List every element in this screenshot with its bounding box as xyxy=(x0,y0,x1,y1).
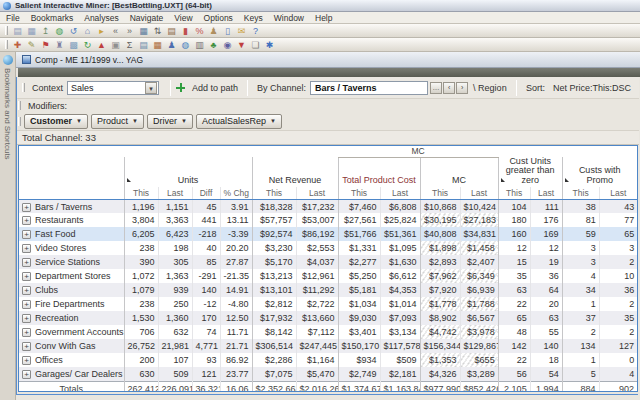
expand-row-icon[interactable]: + xyxy=(22,244,31,253)
pin-icon[interactable]: ✚ xyxy=(11,39,24,51)
col-group-units[interactable]: Units xyxy=(124,157,252,187)
expand-row-icon[interactable]: + xyxy=(22,230,31,239)
server-icon[interactable]: ▣ xyxy=(109,39,122,51)
modifier-driver-button[interactable]: Driver▼ xyxy=(147,114,193,129)
table-row[interactable]: +Fast Food6,2056,423-218-3.39$92,574$86,… xyxy=(19,227,637,241)
expand-row-icon[interactable]: + xyxy=(22,342,31,351)
modifiers-grip[interactable] xyxy=(18,101,21,110)
col-this[interactable]: This xyxy=(562,187,599,199)
col-group-custs-with-promo[interactable]: Custs with Promo xyxy=(562,157,637,187)
table-row[interactable]: +Video Stores2381984020.20$3,230$2,553$1… xyxy=(19,241,637,255)
table-row[interactable]: +Garages/ Car Dealers63050912123.77$7,07… xyxy=(19,367,637,381)
col-this[interactable]: This xyxy=(338,187,380,199)
col-this[interactable]: This xyxy=(420,187,460,199)
path-next-button[interactable]: › xyxy=(456,82,468,94)
menu-analyses[interactable]: Analyses xyxy=(84,13,119,23)
expand-row-icon[interactable]: + xyxy=(22,328,31,337)
table-row[interactable]: +Recreation1,5301,36017012.50$17,932$13,… xyxy=(19,311,637,325)
document-icon[interactable]: ▯ xyxy=(221,25,234,37)
row-label[interactable]: +Department Stores xyxy=(19,269,124,283)
expand-row-icon[interactable]: + xyxy=(22,314,31,323)
window-icon[interactable]: ❏ xyxy=(249,39,262,51)
menu-help[interactable]: Help xyxy=(315,13,332,23)
copy-icon[interactable]: ▩ xyxy=(67,39,80,51)
grid-icon[interactable]: ▦ xyxy=(137,25,150,37)
expand-icon[interactable]: » xyxy=(123,25,136,37)
columns-icon[interactable]: ▥ xyxy=(193,39,206,51)
row-label[interactable]: +Garages/ Car Dealers xyxy=(19,367,124,381)
collapse-icon[interactable]: « xyxy=(109,25,122,37)
filter-icon[interactable]: ▼ xyxy=(235,39,248,51)
clipboard-edit-icon[interactable]: ▦ xyxy=(25,25,38,37)
col-last[interactable]: Last xyxy=(599,187,637,199)
row-label[interactable]: +Fast Food xyxy=(19,227,124,241)
table-row[interactable]: +Fire Departments238250-12-4.80$2,812$2,… xyxy=(19,297,637,311)
export-icon[interactable]: ↥ xyxy=(39,25,52,37)
toolbar-grip[interactable] xyxy=(5,26,8,35)
row-label[interactable]: +Bars / Taverns xyxy=(19,199,124,213)
sort-icon[interactable]: ⇅ xyxy=(151,25,164,37)
globe-icon[interactable]: ◍ xyxy=(53,25,66,37)
row-label[interactable]: +Fire Departments xyxy=(19,297,124,311)
context-dimension-dropdown[interactable]: Sales ▾ xyxy=(67,81,159,95)
path-value-field[interactable]: Bars / Taverns xyxy=(310,81,428,95)
add-to-path-icon[interactable] xyxy=(176,83,185,92)
report-icon[interactable]: ▤ xyxy=(137,39,150,51)
modifier-actualsalesrep-button[interactable]: ActualSalesRep▼ xyxy=(196,114,282,129)
expand-row-icon[interactable]: + xyxy=(22,203,31,212)
data-grid[interactable]: MC UnitsNet RevenueTotal Product CostMCC… xyxy=(18,145,638,392)
modifier-product-button[interactable]: Product▼ xyxy=(91,114,144,129)
table-row[interactable]: +Bars / Taverns1,1961,151453.91$18,328$1… xyxy=(19,199,637,213)
people-icon[interactable]: ♟ xyxy=(207,25,220,37)
mail-icon[interactable]: ✉ xyxy=(235,25,248,37)
modifier-customer-button[interactable]: Customer▼ xyxy=(24,114,88,129)
table-row[interactable]: +Conv With Gas26,75221,9814,77121.71$306… xyxy=(19,339,637,353)
col-group-total-product-cost[interactable]: Total Product Cost xyxy=(338,157,420,187)
path-prev-button[interactable]: ‹ xyxy=(443,82,455,94)
row-label[interactable]: +Clubs xyxy=(19,283,124,297)
col-group-net-revenue[interactable]: Net Revenue xyxy=(252,157,338,187)
row-label[interactable]: +Offices xyxy=(19,353,124,367)
table-row[interactable]: +Offices2001079386.92$2,286$1,164$934$50… xyxy=(19,353,637,367)
home-icon[interactable]: ⌂ xyxy=(81,25,94,37)
sort-value[interactable]: Net Price:This:DSC xyxy=(553,83,631,93)
table-row[interactable]: +Government Accounts7066327411.71$8,142$… xyxy=(19,325,637,339)
table-row[interactable]: +Department Stores1,0721,363-291-21.35$1… xyxy=(19,269,637,283)
expand-row-icon[interactable]: + xyxy=(22,356,31,365)
menu-bookmarks[interactable]: Bookmarks xyxy=(31,13,74,23)
table-row[interactable]: +Service Stations3903058527.87$5,170$4,0… xyxy=(19,255,637,269)
menu-keys[interactable]: Keys xyxy=(244,13,263,23)
people-blue-icon[interactable]: ♟ xyxy=(165,39,178,51)
col-this[interactable]: This xyxy=(252,187,296,199)
expand-row-icon[interactable]: + xyxy=(22,286,31,295)
col-chg[interactable]: % Chg xyxy=(220,187,252,199)
expand-row-icon[interactable]: + xyxy=(22,272,31,281)
clipboard-icon[interactable]: ▤ xyxy=(11,25,24,37)
help-icon[interactable]: ? xyxy=(249,25,262,37)
col-group-mc[interactable]: MC xyxy=(420,157,498,187)
refresh-icon[interactable]: ↻ xyxy=(81,39,94,51)
menu-view[interactable]: View xyxy=(174,13,192,23)
sum-icon[interactable]: Σ xyxy=(123,39,136,51)
drill-icon[interactable]: ▸ xyxy=(95,25,108,37)
row-label[interactable]: +Recreation xyxy=(19,311,124,325)
col-last[interactable]: Last xyxy=(158,187,192,199)
analysis-tab-bar[interactable]: Comp - ME 11/1999 v... YAG xyxy=(16,52,640,68)
row-label[interactable]: +Video Stores xyxy=(19,241,124,255)
row-label[interactable]: +Service Stations xyxy=(19,255,124,269)
bookmarks-panel-icon[interactable] xyxy=(3,55,13,65)
table-row[interactable]: +Restaurants3,8043,36344113.11$57,757$53… xyxy=(19,213,637,227)
expand-row-icon[interactable]: + xyxy=(22,216,31,225)
col-last[interactable]: Last xyxy=(530,187,562,199)
row-label[interactable]: +Conv With Gas xyxy=(19,339,124,353)
menu-file[interactable]: File xyxy=(6,13,20,23)
col-group-cust-units-greater-than-zero[interactable]: Cust Units greater than zero xyxy=(498,157,562,187)
expand-row-icon[interactable]: + xyxy=(22,370,31,379)
menu-options[interactable]: Options xyxy=(204,13,233,23)
menu-window[interactable]: Window xyxy=(274,13,304,23)
col-last[interactable]: Last xyxy=(460,187,498,199)
toolbar-grip[interactable] xyxy=(5,40,8,49)
add-to-path-button[interactable]: Add to path xyxy=(192,83,238,93)
col-this[interactable]: This xyxy=(124,187,158,199)
expand-row-icon[interactable]: + xyxy=(22,300,31,309)
